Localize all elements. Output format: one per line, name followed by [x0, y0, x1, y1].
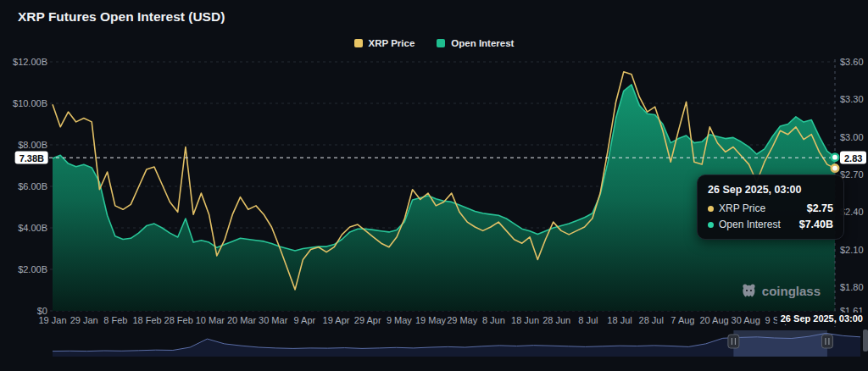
x-axis-label: 18 Jul — [607, 315, 632, 325]
y-axis-label-right: $1.80 — [840, 282, 864, 292]
tooltip-row-xrp-price: XRP Price $2.75 — [708, 202, 833, 214]
x-axis-label: 29 Apr — [354, 315, 381, 325]
x-axis-label: 18 Feb — [132, 315, 161, 325]
x-axis-label: 28 Jul — [639, 315, 664, 325]
y-axis-label-left: $4.00B — [2, 223, 47, 233]
chart-canvas: XRP Futures Open Interest (USD) XRP Pric… — [0, 0, 868, 371]
x-axis-label: 20 Aug — [699, 315, 728, 325]
x-axis-label: 9 May — [387, 315, 412, 325]
x-axis-label: 8 Jul — [578, 315, 598, 325]
tooltip-value-xrp-price: $2.75 — [807, 202, 833, 214]
y-axis-label-left: $12.00B — [2, 57, 47, 67]
x-axis-label: 20 Mar — [227, 315, 256, 325]
navigator-handle-left[interactable] — [728, 335, 739, 348]
coinglass-logo-icon — [741, 283, 757, 299]
x-axis-label: 28 Jun — [542, 315, 570, 325]
x-axis-label: 19 Apr — [323, 315, 350, 325]
navigator-selection[interactable] — [733, 330, 827, 357]
x-axis-label: 28 Feb — [164, 315, 193, 325]
tooltip-label-xrp-price: XRP Price — [719, 202, 765, 214]
xrp-price-dot-icon — [708, 206, 714, 212]
x-axis-label: 19 Jan — [38, 315, 66, 325]
y-axis-label-left: $6.00B — [2, 181, 47, 191]
tooltip-row-open-interest: Open Interest $7.40B — [708, 219, 833, 230]
x-axis-label: 19 May — [415, 315, 446, 325]
current-price-axis-badge: 2.83 — [840, 152, 866, 164]
x-axis-label: 30 Aug — [732, 315, 760, 325]
coinglass-watermark: coinglass — [741, 283, 821, 299]
scrollbar-nub[interactable] — [863, 329, 868, 352]
y-axis-label-right: $3.60 — [840, 57, 864, 67]
tooltip-label-open-interest: Open Interest — [719, 219, 781, 230]
xrp-price-marker-dot — [832, 164, 838, 171]
y-axis-label-left: $2.00B — [2, 264, 47, 274]
x-axis-label: 10 Mar — [196, 315, 225, 325]
y-axis-label-right: $3.00 — [840, 132, 864, 142]
current-oi-axis-badge: 7.38B — [15, 152, 48, 164]
crosshair-date-label: 26 Sep 2025, 03:00 — [777, 313, 866, 324]
x-axis-label: 8 Feb — [103, 315, 127, 325]
coinglass-watermark-text: coinglass — [762, 284, 821, 298]
y-axis-label-left: $8.00B — [2, 140, 47, 150]
x-axis-label: 7 Aug — [670, 315, 694, 325]
x-axis-label: 9 Apr — [294, 315, 316, 325]
tooltip-value-open-interest: $7.40B — [799, 219, 833, 230]
x-axis-label: 30 Mar — [259, 315, 287, 325]
x-axis-label: 18 Jun — [511, 315, 539, 325]
open-interest-marker-dot — [832, 154, 838, 161]
tooltip-date: 26 Sep 2025, 03:00 — [708, 184, 833, 196]
tooltip: 26 Sep 2025, 03:00 XRP Price $2.75 Open … — [697, 174, 844, 240]
y-axis-label-right: $2.70 — [840, 169, 864, 180]
x-axis-label: 8 Jun — [482, 315, 505, 325]
x-axis-label: 29 May — [447, 315, 477, 325]
open-interest-dot-icon — [708, 222, 714, 228]
x-axis-label: 29 Jan — [70, 315, 98, 325]
y-axis-label-right: $3.30 — [840, 94, 864, 104]
y-axis-label-left: $10.00B — [2, 98, 47, 108]
y-axis-label-right: $2.10 — [840, 245, 864, 255]
navigator-handle-right[interactable] — [821, 335, 832, 348]
